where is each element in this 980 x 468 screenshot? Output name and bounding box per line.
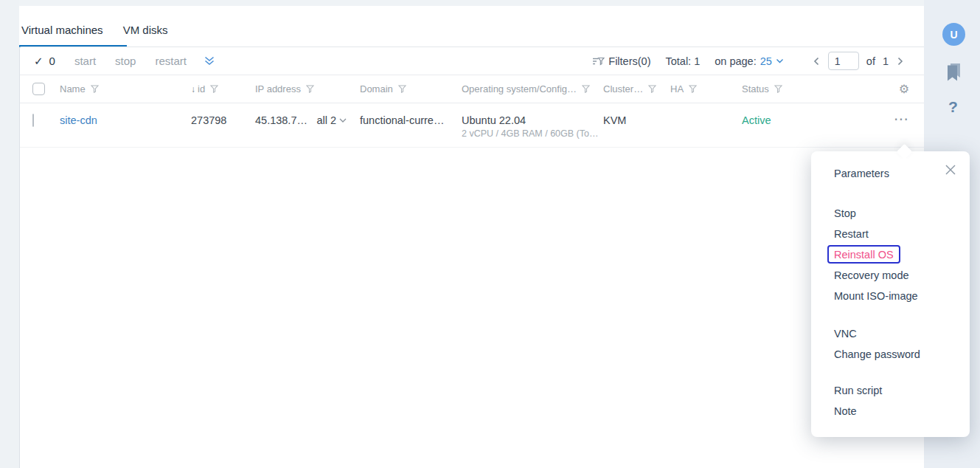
avatar[interactable]: U [942,23,965,46]
table-row: site-cdn 273798 45.138.7… all 2 function… [20,103,924,148]
table-settings-gear-icon[interactable]: ⚙ [899,83,909,95]
sort-desc-icon[interactable]: ↓ [191,84,195,94]
column-header-ip[interactable]: IP address [255,83,301,94]
bookmark-icon[interactable] [945,63,962,82]
next-page-button[interactable] [896,55,905,67]
column-header-cluster[interactable]: Cluster… [603,83,643,94]
filter-funnel-icon[interactable] [689,85,697,93]
per-page-selector[interactable]: on page: 25 [715,55,784,67]
table-toolbar: ✓ 0 start stop restart Filters(0) Total:… [20,47,924,75]
tab-bar: Virtual machines VM disks [20,18,169,46]
filter-funnel-icon[interactable] [91,85,99,93]
filter-funnel-icon[interactable] [648,85,656,93]
menu-item-restart[interactable]: Restart [811,224,970,244]
start-button[interactable]: start [74,55,96,67]
chevron-right-icon [897,57,903,66]
vm-table-card: ✓ 0 start stop restart Filters(0) Total:… [19,47,924,468]
ip-all-dropdown[interactable]: all 2 [316,114,347,126]
checkmark-icon: ✓ [34,55,44,68]
stop-button[interactable]: stop [115,55,136,67]
filters-label: Filters(0) [608,55,650,67]
vm-config: 2 vCPU / 4GB RAM / 60GB (To… [462,128,603,139]
column-header-os[interactable]: Operating system/Config… [462,83,577,94]
filter-funnel-icon[interactable] [210,85,218,93]
row-actions-menu-button[interactable]: ⋯ [894,114,909,123]
menu-group-power: Stop Restart Reinstall OS Recovery mode … [811,203,970,306]
menu-item-stop[interactable]: Stop [811,203,970,224]
total-label: Total: 1 [665,55,700,67]
page-top-strip [0,0,980,6]
more-actions-button[interactable] [204,56,215,66]
menu-item-change-password[interactable]: Change password [811,344,970,365]
column-header-name[interactable]: Name [60,83,86,94]
prev-page-button[interactable] [812,55,821,67]
page-number-input[interactable] [828,52,859,70]
on-page-label: on page: [715,55,756,67]
column-header-id[interactable]: id [198,83,205,94]
selected-count: 0 [49,55,55,67]
status-badge: Active [742,114,771,126]
vm-context-menu: Parameters Stop Restart Reinstall OS Rec… [811,151,970,437]
vm-os: Ubuntu 22.04 [462,114,603,126]
pagination: of 1 [812,52,905,70]
row-checkbox[interactable] [32,114,34,127]
tab-virtual-machines[interactable]: Virtual machines [20,18,105,46]
filters-button[interactable]: Filters(0) [592,55,650,67]
column-header-status[interactable]: Status [742,83,769,94]
table-header-row: Name ↓ id IP address Domain Operating sy… [20,75,924,103]
total-pages: 1 [883,55,889,67]
of-label: of [866,55,875,67]
vm-domain: functional-curre… [360,114,462,126]
ip-all-label: all 2 [316,114,336,126]
filter-funnel-icon[interactable] [398,85,406,93]
vm-ip: 45.138.7… [255,114,307,126]
tab-vm-disks[interactable]: VM disks [122,18,170,46]
vm-id: 273798 [191,114,255,126]
filter-funnel-icon[interactable] [306,85,314,93]
column-header-domain[interactable]: Domain [360,83,393,94]
toolbar-right: Filters(0) Total: 1 on page: 25 of 1 [592,52,905,70]
filter-funnel-icon[interactable] [774,85,782,93]
help-icon[interactable]: ? [948,98,958,116]
menu-item-note[interactable]: Note [811,401,970,421]
menu-item-recovery-mode[interactable]: Recovery mode [811,265,970,286]
close-icon[interactable] [945,164,956,176]
double-chevron-down-icon [204,56,215,66]
menu-item-mount-iso[interactable]: Mount ISO-image [811,286,970,306]
per-page-value: 25 [760,55,772,67]
menu-group-misc: Run script Note [811,380,970,421]
filter-funnel-icon[interactable] [582,85,590,93]
column-header-ha[interactable]: HA [670,83,684,94]
select-all-checkbox[interactable] [32,83,45,95]
page-left-gutter [0,0,19,468]
reinstall-os-highlight[interactable]: Reinstall OS [827,245,900,264]
chevron-down-icon [776,58,784,63]
menu-item-run-script[interactable]: Run script [811,380,970,401]
chevron-down-icon [339,118,347,123]
restart-button[interactable]: restart [155,55,187,67]
menu-item-vnc[interactable]: VNC [811,323,970,344]
menu-group-access: VNC Change password [811,323,970,365]
chevron-left-icon [813,57,819,66]
vm-cluster: KVM [603,114,670,126]
vm-name-link[interactable]: site-cdn [60,114,97,126]
filter-lines-icon [592,56,605,66]
menu-item-reinstall-os[interactable]: Reinstall OS [811,244,970,265]
selected-count-control[interactable]: ✓ 0 [34,55,55,68]
